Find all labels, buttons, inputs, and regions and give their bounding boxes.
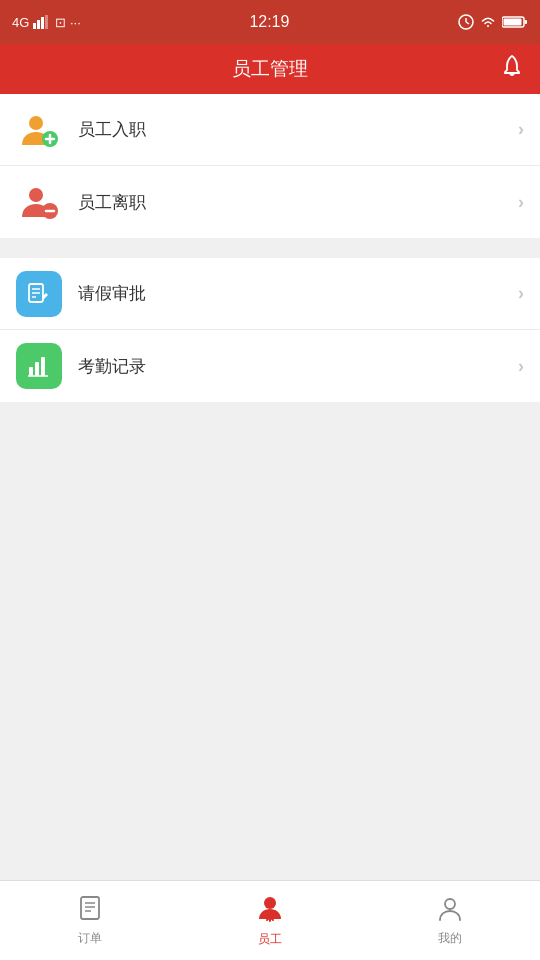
svg-rect-8 (525, 20, 528, 24)
tab-employees[interactable]: 员工 (180, 881, 360, 960)
menu-item-leave[interactable]: 员工离职 › (0, 166, 540, 238)
svg-rect-25 (81, 897, 99, 919)
svg-rect-0 (33, 23, 36, 29)
leave-icon-wrap (16, 179, 62, 225)
menu-section-2: 请假审批 › 考勤记录 › (0, 258, 540, 402)
menu-item-approval[interactable]: 请假审批 › (0, 258, 540, 330)
svg-rect-9 (504, 19, 522, 26)
leave-chevron: › (518, 192, 524, 213)
svg-point-14 (29, 188, 43, 202)
status-left: 4G ⊡ ··· (12, 15, 81, 30)
content-wrapper: 员工入职 › 员工离职 › (0, 94, 540, 880)
gray-fill (0, 412, 540, 880)
bell-icon[interactable] (500, 54, 524, 84)
menu-item-join[interactable]: 员工入职 › (0, 94, 540, 166)
signal-text: 4G (12, 15, 29, 30)
signal-bars-icon (33, 15, 51, 29)
join-chevron: › (518, 119, 524, 140)
svg-point-10 (29, 116, 43, 130)
status-bar: 4G ⊡ ··· 12:19 (0, 0, 540, 44)
clock-icon (458, 14, 474, 30)
page-title: 员工管理 (232, 56, 308, 82)
header: 员工管理 (0, 44, 540, 94)
edit-icon (26, 281, 52, 307)
join-label: 员工入职 (78, 118, 518, 141)
dot-menu: ⊡ ··· (55, 15, 80, 30)
mine-icon (436, 894, 464, 926)
status-right (458, 14, 528, 30)
mine-label: 我的 (438, 930, 462, 947)
leave-label: 员工离职 (78, 191, 518, 214)
orders-icon (76, 894, 104, 926)
svg-rect-21 (29, 367, 33, 376)
svg-rect-2 (41, 17, 44, 29)
employees-label: 员工 (258, 931, 282, 948)
orders-label: 订单 (78, 930, 102, 947)
svg-point-33 (445, 899, 455, 909)
wifi-icon (480, 15, 496, 29)
menu-item-attendance[interactable]: 考勤记录 › (0, 330, 540, 402)
menu-section-1: 员工入职 › 员工离职 › (0, 94, 540, 238)
svg-rect-23 (41, 357, 45, 376)
tab-orders[interactable]: 订单 (0, 881, 180, 960)
employees-icon (255, 893, 285, 927)
svg-rect-22 (35, 362, 39, 376)
battery-icon (502, 15, 528, 29)
svg-rect-3 (45, 15, 48, 29)
chart-icon (26, 353, 52, 379)
approval-icon-wrap (16, 271, 62, 317)
tab-bar: 订单 员工 我的 (0, 880, 540, 960)
attendance-label: 考勤记录 (78, 355, 518, 378)
approval-chevron: › (518, 283, 524, 304)
tab-mine[interactable]: 我的 (360, 881, 540, 960)
status-time: 12:19 (249, 13, 289, 31)
attendance-icon-wrap (16, 343, 62, 389)
svg-line-6 (466, 22, 469, 24)
employee-leave-icon (18, 181, 60, 223)
join-icon-wrap (16, 107, 62, 153)
svg-rect-1 (37, 20, 40, 29)
approval-label: 请假审批 (78, 282, 518, 305)
svg-point-29 (264, 897, 276, 909)
section-divider (0, 248, 540, 258)
employee-join-icon (18, 109, 60, 151)
attendance-chevron: › (518, 356, 524, 377)
